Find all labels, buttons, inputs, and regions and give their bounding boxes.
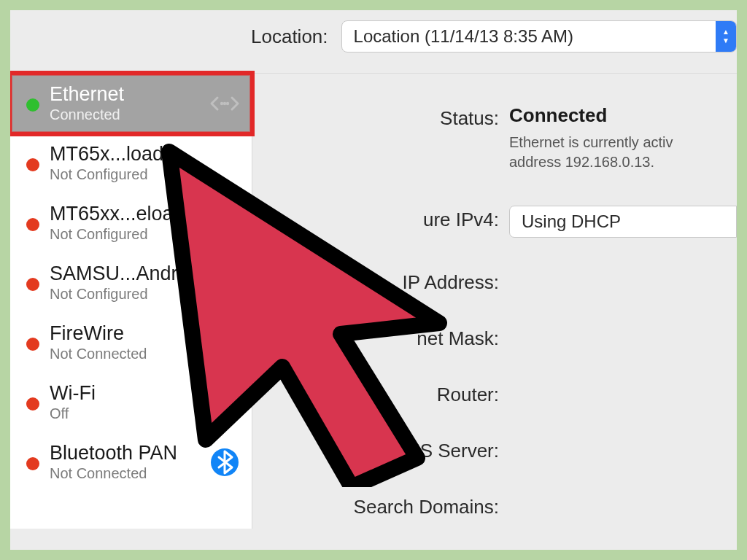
search-domains-label: Search Domains:: [252, 493, 509, 518]
sidebar-item-ethernet[interactable]: Ethernet Connected: [10, 74, 252, 133]
network-preferences-window: Location: Location (11/14/13 8:35 AM) ▲▼…: [10, 10, 737, 550]
configure-ipv4-select[interactable]: Using DHCP: [509, 206, 737, 238]
status-row: Status: Connected Ethernet is currently …: [252, 104, 737, 172]
router-label: Router:: [252, 381, 509, 406]
svg-rect-7: [219, 351, 231, 354]
connection-detail-panel: Status: Connected Ethernet is currently …: [252, 73, 737, 529]
sidebar-item-status: Not Connected: [50, 345, 206, 362]
svg-point-8: [222, 411, 226, 415]
location-label: Location:: [251, 26, 328, 48]
status-subtext: Ethernet is currently activ address 192.…: [509, 133, 737, 172]
svg-point-1: [223, 102, 226, 105]
sidebar-item-label: MT65xx...eload: [50, 203, 206, 225]
status-label: Status:: [252, 104, 509, 130]
up-down-arrows-icon: ▲▼: [716, 20, 736, 52]
subnet-mask-row: net Mask:: [252, 324, 737, 350]
search-domains-row: Search Domains:: [252, 493, 737, 518]
dns-server-label: DNS Server:: [252, 437, 509, 462]
location-row: Location: Location (11/14/13 8:35 AM) ▲▼: [10, 20, 737, 52]
sidebar-item-mt65xx[interactable]: MT65xx...eload Not Configured: [10, 193, 252, 253]
router-row: Router:: [252, 381, 737, 406]
ethernet-icon: [206, 85, 243, 122]
connections-sidebar: Ethernet Connected: [10, 73, 252, 529]
wifi-icon: [206, 384, 243, 421]
status-dot-notconfigured-icon: [26, 158, 39, 171]
sidebar-item-status: Not Configured: [50, 285, 206, 303]
sidebar-item-status: Not Configured: [50, 166, 206, 183]
dns-server-row: DNS Server:: [252, 437, 737, 462]
sidebar-item-firewire[interactable]: FireWire Not Connected: [10, 313, 252, 373]
sidebar-item-mt65x[interactable]: MT65x...load Not Configured: [10, 133, 252, 193]
sidebar-item-wifi[interactable]: Wi-Fi Off: [10, 373, 252, 432]
svg-rect-5: [229, 335, 236, 341]
sidebar-item-label: Ethernet: [50, 84, 206, 106]
device-icon: [206, 205, 243, 241]
subnet-mask-label: net Mask:: [252, 324, 509, 350]
status-dot-off-icon: [26, 397, 39, 411]
svg-point-0: [220, 102, 223, 105]
status-dot-notconnected-icon: [26, 457, 39, 470]
sidebar-item-bluetooth-pan[interactable]: Bluetooth PAN Not Connected: [10, 432, 252, 492]
configure-ipv4-label: ure IPv4:: [252, 206, 509, 231]
location-select-value: Location (11/14/13 8:35 AM): [354, 26, 574, 47]
location-select[interactable]: Location (11/14/13 8:35 AM) ▲▼: [341, 20, 737, 52]
configure-ipv4-row: ure IPv4: Using DHCP: [252, 206, 737, 238]
svg-point-2: [226, 102, 229, 105]
sidebar-item-label: SAMSU...Android: [50, 263, 206, 285]
sidebar-item-label: FireWire: [50, 323, 206, 345]
device-icon: [206, 145, 243, 182]
sidebar-item-status: Not Configured: [50, 225, 206, 243]
sidebar-item-status: Off: [50, 405, 206, 422]
svg-point-3: [220, 340, 229, 349]
ip-address-label: IP Address:: [252, 268, 509, 294]
sidebar-item-label: Bluetooth PAN: [50, 443, 206, 464]
sidebar-item-samsung-android[interactable]: SAMSU...Android Not Configured: [10, 253, 252, 313]
status-dot-connected-icon: [26, 98, 39, 112]
status-dot-notconfigured-icon: [26, 218, 39, 231]
svg-rect-4: [213, 335, 220, 341]
configure-ipv4-value: Using DHCP: [522, 211, 621, 232]
status-dot-notconnected-icon: [26, 338, 39, 351]
ip-address-row: IP Address:: [252, 268, 737, 294]
device-icon: [206, 265, 243, 301]
firewire-icon: [206, 324, 243, 361]
status-value: Connected: [509, 104, 737, 127]
status-dot-notconfigured-icon: [26, 278, 39, 291]
svg-rect-6: [224, 330, 226, 337]
sidebar-item-label: MT65x...load: [50, 144, 206, 166]
main-area: Ethernet Connected: [10, 73, 737, 529]
sidebar-item-status: Not Connected: [50, 464, 206, 482]
sidebar-item-status: Connected: [50, 106, 206, 123]
bluetooth-icon: [206, 444, 243, 481]
sidebar-item-label: Wi-Fi: [50, 383, 206, 405]
